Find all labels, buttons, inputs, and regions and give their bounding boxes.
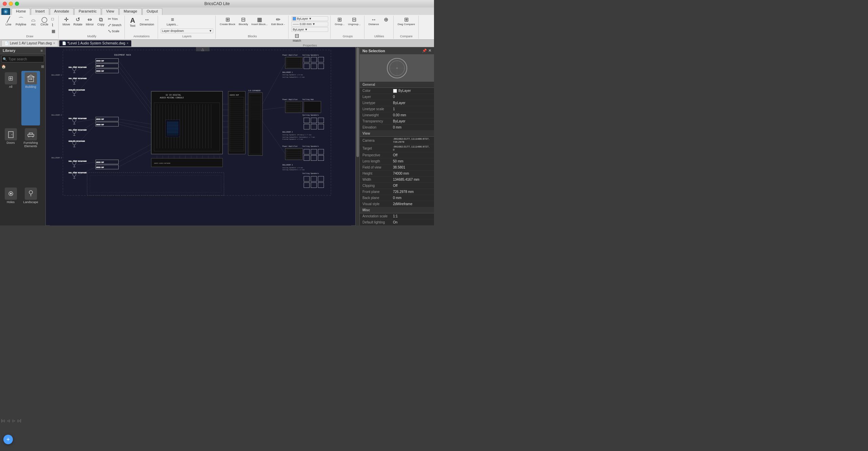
- home-icon[interactable]: 🏠: [1, 64, 6, 69]
- bricscad-logo[interactable]: B: [1, 8, 10, 15]
- annotation-scale-value: 1:1: [393, 214, 431, 218]
- library-item-landscape[interactable]: Landscape: [21, 186, 40, 225]
- utilities-more-icon: ⊕: [384, 17, 388, 22]
- blockify-button[interactable]: ⊟ Blockify: [237, 16, 250, 26]
- tab-parametric[interactable]: Parametric: [74, 8, 101, 15]
- tab-output[interactable]: Output: [142, 8, 162, 15]
- utilities-more-button[interactable]: ⊕: [381, 16, 391, 23]
- prop-fov: Field of view 38.5801: [360, 164, 434, 171]
- svg-text:BALLROOM 2: BALLROOM 2: [52, 114, 62, 116]
- ribbon-content: ╱ Line ⌒ Polyline ⌓ Arc ◯ Circle □ ⌇: [0, 15, 434, 39]
- rectangle-button[interactable]: □: [51, 16, 56, 22]
- svg-text:DUAL POINT MICROPHONE: DUAL POINT MICROPHONE: [68, 129, 86, 131]
- lineweight-dropdown[interactable]: —— 0.00 mm ▼: [291, 22, 328, 26]
- prop-target: Target -991682.0177, 1111486.9727, 0: [360, 144, 434, 152]
- edit-block-button[interactable]: ✏ Edit Block -: [270, 16, 286, 26]
- compare-buttons: ⊞ Dwg Compare: [396, 16, 416, 34]
- insert-block-button[interactable]: ▦ Insert Block...: [250, 16, 269, 26]
- tab-insert[interactable]: Insert: [31, 8, 49, 15]
- svg-text:Ceiling Speakers: Ceiling Speakers: [302, 114, 319, 116]
- arc-button[interactable]: ⌓ Arc: [28, 16, 39, 27]
- hatch-icon: ▦: [52, 29, 55, 34]
- doc-tab-close-1[interactable]: ×: [126, 41, 129, 45]
- match-button[interactable]: ⊟ Match: [291, 33, 302, 43]
- linetype-dropdown[interactable]: ByLayer ▼: [291, 27, 328, 32]
- blockify-icon: ⊟: [241, 17, 245, 22]
- circle-button[interactable]: ◯ Circle: [39, 16, 50, 27]
- prop-clipping: Clipping Off: [360, 183, 434, 189]
- panel-pin-icon[interactable]: 📌: [422, 48, 427, 53]
- tab-annotate[interactable]: Annotate: [50, 8, 74, 15]
- scale-button[interactable]: ⤡ Scale: [107, 28, 123, 34]
- hatch-button[interactable]: ▦: [51, 28, 56, 34]
- linetype-scale-value: 1: [393, 107, 431, 111]
- rotate-button[interactable]: ↺ Rotate: [72, 16, 84, 27]
- svg-text:BALLROOM 1: BALLROOM 1: [282, 71, 293, 73]
- utilities-label: Utilities: [374, 34, 384, 38]
- library-item-furnishing[interactable]: Furnishing Elements: [21, 127, 40, 185]
- color-box: [393, 89, 397, 93]
- minimize-button[interactable]: [9, 2, 13, 6]
- lineweight-label: Lineweight: [362, 113, 393, 117]
- canvas-area[interactable]: EQUIPMENT RACK BALLROOM 1 DUAL POINT MIC…: [46, 47, 359, 225]
- tab-view[interactable]: View: [102, 8, 119, 15]
- dwg-compare-button[interactable]: ⊞ Dwg Compare: [396, 16, 416, 26]
- doc-tab-close-0[interactable]: ×: [53, 41, 55, 45]
- vertical-scrollbar[interactable]: [355, 47, 359, 225]
- library-item-doors[interactable]: Doors: [1, 127, 20, 185]
- ungroup-icon: ⊟: [352, 17, 356, 22]
- mirror-button[interactable]: ⇔ Mirror: [84, 16, 95, 27]
- vertical-scroll-thumb[interactable]: [356, 47, 359, 157]
- layer-dropdown[interactable]: Layer dropdown ▼: [161, 28, 213, 33]
- pan-right-button[interactable]: ▷: [351, 225, 355, 225]
- move-button[interactable]: ✛ Move: [61, 16, 72, 27]
- sidebar-menu-icon[interactable]: ≡: [41, 48, 43, 53]
- prop-camera: Camera -991682.0177, 1111486.9727, 726.2…: [360, 137, 434, 144]
- property-dropdowns: ByLayer ▼ —— 0.00 mm ▼ ByLayer ▼: [291, 16, 328, 32]
- create-block-button[interactable]: ⊞ Create Block: [218, 16, 237, 26]
- library-item-holes[interactable]: Holes: [1, 186, 20, 225]
- search-input[interactable]: [1, 56, 44, 62]
- library-item-building[interactable]: Building: [21, 71, 40, 125]
- copy-button[interactable]: ⧉ Copy: [96, 16, 106, 27]
- match-label: Match: [293, 39, 301, 42]
- pan-up-button[interactable]: △: [196, 47, 210, 51]
- doc-tab-icon-0: 📄: [4, 41, 8, 45]
- dimension-label: Dimension: [140, 23, 154, 26]
- svg-text:Ceiling Hub: Ceiling Hub: [302, 98, 314, 101]
- color-dropdown[interactable]: ByLayer ▼: [291, 16, 328, 21]
- doc-tab-0[interactable]: 📄 Level 1 AV Layout Plan.dwg ×: [1, 40, 58, 47]
- height-label: Height: [362, 172, 393, 175]
- doc-tab-1[interactable]: 📄 *Level 1 Audio System Schematic.dwg ×: [59, 40, 132, 47]
- dwg-compare-icon: ⊞: [404, 17, 409, 22]
- line-button[interactable]: ╱ Line: [3, 16, 14, 27]
- distance-label: Distance: [369, 23, 379, 26]
- svg-text:AUDIO DSP: AUDIO DSP: [96, 118, 104, 120]
- svg-rect-194: [285, 149, 302, 160]
- draw-extra: □ ⌇ ▦: [51, 16, 56, 34]
- library-item-all[interactable]: ⊞ All: [1, 71, 20, 125]
- panel-close-icon[interactable]: ✕: [428, 48, 431, 53]
- dimension-button[interactable]: ↔ Dimension: [138, 16, 156, 27]
- svg-rect-157: [285, 57, 302, 68]
- line-label: Line: [5, 23, 11, 26]
- spline-button[interactable]: ⌇: [51, 22, 56, 28]
- pan-left-button[interactable]: ◁: [46, 225, 50, 225]
- text-button[interactable]: A Text: [127, 16, 138, 28]
- polyline-button[interactable]: ⌒ Polyline: [14, 16, 28, 27]
- ungroup-button[interactable]: ⊟ Ungroup...: [347, 16, 362, 26]
- layers-button[interactable]: ≡ Layers...: [161, 16, 184, 27]
- maximize-button[interactable]: [15, 2, 19, 6]
- stretch-button[interactable]: ⤢ Stretch: [107, 22, 123, 28]
- sidebar-title: Library: [3, 48, 15, 53]
- distance-button[interactable]: ↔ Distance: [367, 16, 380, 26]
- groups-label: Groups: [343, 34, 353, 38]
- group-button[interactable]: ⊞ Group...: [333, 16, 346, 26]
- prop-linetype: Linetype ByLayer: [360, 100, 434, 106]
- close-button[interactable]: [3, 2, 7, 6]
- search-icon: 🔍: [3, 57, 7, 61]
- trim-button[interactable]: ✂ Trim: [107, 16, 123, 22]
- grid-view-icon[interactable]: ⊞: [41, 64, 44, 69]
- tab-manage[interactable]: Manage: [119, 8, 142, 15]
- tab-home[interactable]: Home: [12, 8, 30, 15]
